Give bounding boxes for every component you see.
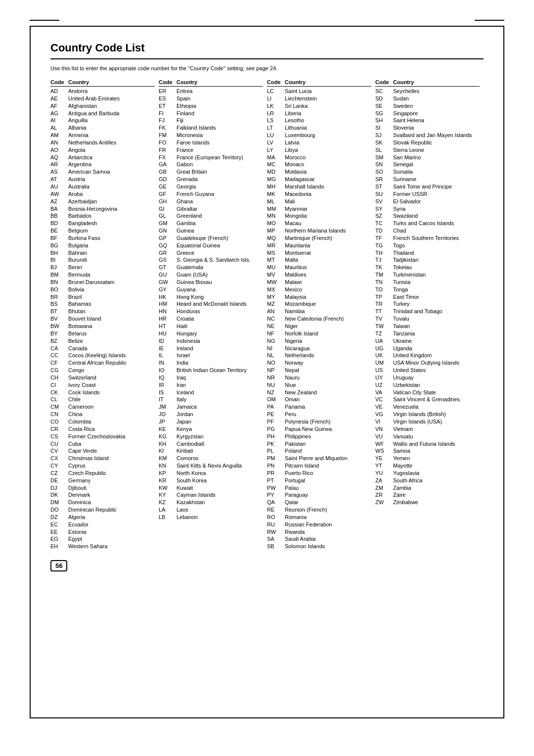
table-row: PFPolynesia (French) xyxy=(267,418,371,425)
country-name: Dominican Republic xyxy=(68,506,155,514)
country-name: Heard and McDonald Islands xyxy=(177,300,263,308)
country-code: BF xyxy=(50,235,66,242)
table-row: BWBotswana xyxy=(50,323,155,330)
country-name: Madagascar xyxy=(285,176,371,183)
country-name: United Arab Emirates xyxy=(68,95,155,102)
country-code: SR xyxy=(375,176,391,183)
country-code: PM xyxy=(267,455,283,462)
country-code: AN xyxy=(267,308,283,315)
country-code: SN xyxy=(375,161,391,168)
table-row: NINicaragua xyxy=(267,345,371,352)
table-row: PHPhilippines xyxy=(267,433,371,440)
table-row: CUCuba xyxy=(50,440,155,448)
country-code: JO xyxy=(159,411,175,418)
table-row: BIBurundi xyxy=(50,256,155,264)
country-code: NG xyxy=(267,337,283,345)
table-row: ESSpain xyxy=(159,95,263,102)
country-name: Nauru xyxy=(285,374,371,381)
country-name: Liberia xyxy=(285,110,371,117)
country-name: El Salvador xyxy=(393,198,480,205)
country-name: Mauritius xyxy=(285,264,371,271)
table-row: BFBurkina Faso xyxy=(50,235,155,242)
country-name: Great Britain xyxy=(177,168,263,176)
table-row: PKPakistan xyxy=(267,440,371,448)
table-row: ANNetherlands Antilles xyxy=(50,139,155,146)
country-code: VI xyxy=(375,418,391,425)
country-code: KN xyxy=(159,462,175,470)
table-row: CFCentral African Republic xyxy=(50,359,155,367)
country-name: Qatar xyxy=(285,499,371,506)
country-name: Mali xyxy=(285,198,371,205)
table-row: BSBahamas xyxy=(50,300,155,308)
table-row: IQIraq xyxy=(159,374,263,381)
table-row: BOBolivia xyxy=(50,286,155,293)
country-name: Romania xyxy=(285,514,371,521)
country-name: Lebanon xyxy=(177,514,263,521)
country-code: LV xyxy=(267,139,283,146)
table-row: UZUzbekistan xyxy=(375,381,480,389)
country-code: BD xyxy=(50,220,66,227)
page-title: Country Code List xyxy=(50,42,484,59)
table-row: SGSingapore xyxy=(375,110,480,117)
country-name: Tonga xyxy=(393,286,480,293)
country-name: Saint Vincent & Grenadines xyxy=(393,396,480,403)
table-row: TNTunisia xyxy=(375,279,480,286)
country-name: Senegal xyxy=(393,161,480,168)
country-name: Laos xyxy=(177,506,263,514)
country-name: Grenada xyxy=(177,176,263,183)
table-row: AMArmenia xyxy=(50,132,155,139)
country-code: BO xyxy=(50,286,66,293)
table-row: PNPitcairn Island xyxy=(267,462,371,470)
table-row: KNSaint Kitts & Nevis Anguilla xyxy=(159,462,263,470)
table-row: SZSwaziland xyxy=(375,212,480,220)
country-name: Maldives xyxy=(285,271,371,279)
table-row: AEUnited Arab Emirates xyxy=(50,95,155,102)
country-code: BM xyxy=(50,271,66,279)
country-name: Uganda xyxy=(393,345,480,352)
country-name: Vatican City State xyxy=(393,389,480,396)
country-name: Bhutan xyxy=(68,308,155,315)
country-code: MY xyxy=(267,293,283,301)
country-code: AG xyxy=(50,110,66,117)
table-row: QAQatar xyxy=(267,499,371,506)
country-name: Iraq xyxy=(177,374,263,381)
country-name: Japan xyxy=(177,418,263,425)
country-code: KR xyxy=(159,477,175,484)
country-name: Aruba xyxy=(68,190,155,198)
country-code: KI xyxy=(159,447,175,455)
table-row: GQEquatorial Guinea xyxy=(159,242,263,249)
country-code: IT xyxy=(159,396,175,403)
country-code: FR xyxy=(159,146,175,154)
table-row: EHWestern Sahara xyxy=(50,543,155,550)
table-row: MNMongolia xyxy=(267,212,371,220)
country-code: MX xyxy=(267,286,283,293)
table-row: SOSomalia xyxy=(375,168,480,176)
country-name: Syria xyxy=(393,205,480,213)
country-code: JP xyxy=(159,418,175,425)
country-name: Latvia xyxy=(285,139,371,146)
table-row: ECEcuador xyxy=(50,521,155,528)
table-row: ALAlbania xyxy=(50,124,155,132)
table-row: BDBangladesh xyxy=(50,220,155,227)
country-name: Zimbabwe xyxy=(393,499,480,506)
country-code: BY xyxy=(50,330,66,337)
country-code: SA xyxy=(267,535,283,543)
country-code: GF xyxy=(159,190,175,198)
country-name: French Southern Territories xyxy=(393,235,480,242)
country-name: Vanuatu xyxy=(393,433,480,440)
table-row: BNBrunei Darussalam xyxy=(50,279,155,286)
country-name: Greenland xyxy=(177,212,263,220)
table-row: NENiger xyxy=(267,323,371,330)
country-code: CI xyxy=(50,381,66,389)
country-code: PY xyxy=(267,491,283,499)
table-row: THThailand xyxy=(375,249,480,257)
country-code: DK xyxy=(50,491,66,499)
table-row: DKDenmark xyxy=(50,491,155,499)
table-row: CLChile xyxy=(50,396,155,403)
page-number-badge: 56 xyxy=(50,550,484,571)
country-name: Mexico xyxy=(285,286,371,293)
country-name: Slovak Republic xyxy=(393,139,480,146)
country-name: Vietnam xyxy=(393,425,480,433)
code-column-header: Code xyxy=(375,79,391,85)
country-name: Ghana xyxy=(177,198,263,205)
